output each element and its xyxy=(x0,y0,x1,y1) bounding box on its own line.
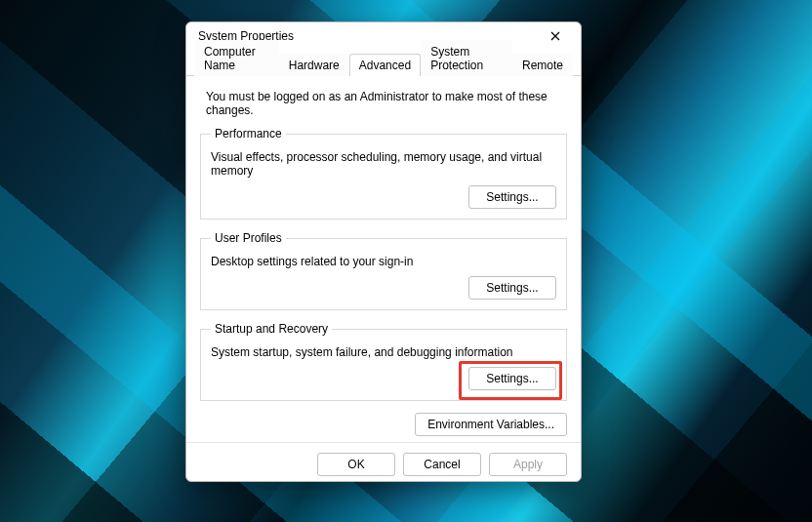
tab-strip: Computer Name Hardware Advanced System P… xyxy=(186,52,581,76)
desktop-background: System Properties Computer Name Hardware… xyxy=(0,0,812,522)
tab-advanced[interactable]: Advanced xyxy=(349,54,421,76)
dialog-footer: OK Cancel Apply xyxy=(186,442,581,488)
tab-computer-name[interactable]: Computer Name xyxy=(194,40,279,76)
startup-recovery-settings-button[interactable]: Settings... xyxy=(468,367,556,390)
group-performance: Performance Visual effects, processor sc… xyxy=(200,127,567,220)
system-properties-dialog: System Properties Computer Name Hardware… xyxy=(185,21,582,482)
tab-system-protection[interactable]: System Protection xyxy=(421,40,512,76)
tab-remote[interactable]: Remote xyxy=(512,54,573,76)
tab-hardware[interactable]: Hardware xyxy=(279,54,349,76)
user-profiles-settings-button[interactable]: Settings... xyxy=(468,276,556,300)
cancel-button[interactable]: Cancel xyxy=(403,453,481,476)
admin-notice-text: You must be logged on as an Administrato… xyxy=(206,90,561,117)
group-user-profiles: User Profiles Desktop settings related t… xyxy=(200,231,567,310)
close-button[interactable] xyxy=(536,22,575,50)
group-performance-desc: Visual effects, processor scheduling, me… xyxy=(211,150,556,178)
ok-button[interactable]: OK xyxy=(317,453,395,476)
group-user-profiles-legend: User Profiles xyxy=(211,231,286,245)
environment-variables-button[interactable]: Environment Variables... xyxy=(415,413,567,436)
group-startup-recovery-legend: Startup and Recovery xyxy=(211,322,332,336)
group-performance-legend: Performance xyxy=(211,127,286,141)
group-startup-recovery: Startup and Recovery System startup, sys… xyxy=(200,322,567,401)
apply-button[interactable]: Apply xyxy=(489,453,567,476)
group-user-profiles-desc: Desktop settings related to your sign-in xyxy=(211,255,556,268)
tab-content-advanced: You must be logged on as an Administrato… xyxy=(186,76,581,442)
performance-settings-button[interactable]: Settings... xyxy=(468,185,556,209)
close-icon xyxy=(550,31,560,41)
group-startup-recovery-desc: System startup, system failure, and debu… xyxy=(211,345,556,359)
